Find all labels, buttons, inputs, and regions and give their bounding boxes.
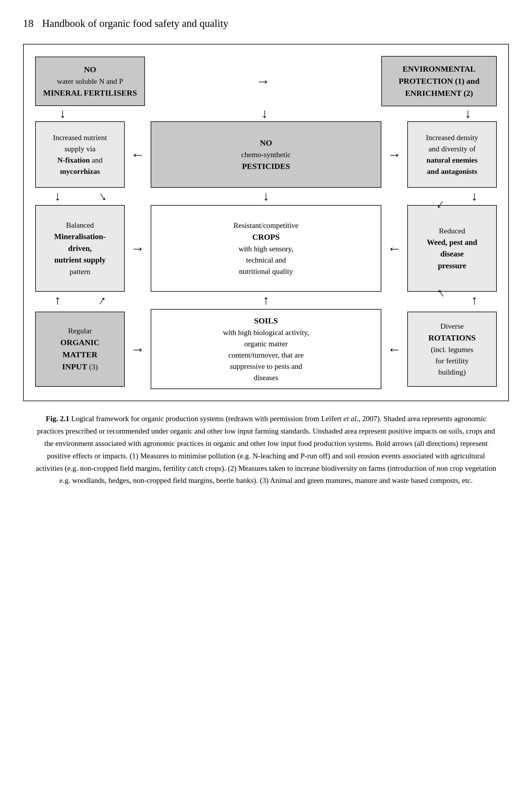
box-red-l3: disease [413,248,492,260]
page-number: 18 [23,17,34,30]
box-rot-l1: Diverse [413,320,492,332]
page-title: Handbook of organic food safety and qual… [42,17,228,30]
box-om-l1: Regular [40,325,119,336]
arrow-from-rotations: ← [381,339,407,359]
arrow-right-top: → [145,71,381,92]
box-nutrient-l2: supply via [40,143,119,154]
box-nutrient-l3: N-fixation and [40,154,119,166]
box-no-mineral-l2: water soluble N and P [42,76,138,87]
box-red-l2: Weed, pest and [413,237,492,248]
box-rot-l4: for fertility [413,355,492,367]
box-min-l3: driven, [40,243,119,255]
box-environmental: ENVIRONMENTAL PROTECTION (1) and ENRICHM… [381,56,497,106]
box-density-l1: Increased density [413,132,492,143]
box-pesticides: NO chemo-synthetic PESTICIDES [151,121,381,188]
box-no-mineral: NO water soluble N and P MINERAL FERTILI… [35,57,145,106]
arrows-c-to-d: ↑ ↑ ↑ ↑ ↑ [35,292,497,309]
box-organic-matter: Regular ORGANIC MATTER INPUT (3) [35,312,125,387]
box-nutrient-l1: Increased nutrient [40,132,119,143]
arrow-to-density: → [381,144,407,165]
box-rotations: Diverse ROTATIONS (incl. legumes for fer… [407,312,497,387]
row-c: Balanced Mineralisation- driven, nutrien… [35,205,497,292]
box-soils-l5: suppressive to pests and [155,361,377,372]
arrow-to-nutrient: ← [125,144,151,165]
fig-label: Fig. 2.1 [46,414,70,423]
box-crops-l1: CROPS [155,231,377,243]
row-a: NO water soluble N and P MINERAL FERTILI… [35,56,497,106]
box-om-l4: INPUT (3) [40,361,119,373]
arrows-b-to-c: ↓ ↓ ↓ ↓ ↓ [35,188,497,205]
box-om-l3: MATTER [40,349,119,361]
row-d: Regular ORGANIC MATTER INPUT (3) → SOILS… [35,309,497,389]
box-density-l3: natural enemies [413,154,492,166]
box-pest-l2: chemo-synthetic [155,149,377,160]
box-env-l3: ENRICHMENT (2) [388,87,490,99]
box-pest-l3: PESTICIDES [155,160,377,172]
box-density: Increased density and diversity of natur… [407,121,497,188]
box-crops-l4: nutritional quality [155,266,377,277]
box-no-mineral-l3: MINERAL FERTILISERS [42,87,138,99]
caption-text: Logical framework for organic production… [36,414,496,485]
box-no-mineral-l1: NO [42,63,138,76]
box-crops-l2: with high sensory, [155,243,377,255]
box-env-l1: ENVIRONMENTAL [388,63,490,75]
arrow-to-crops: → [125,238,151,259]
arrow-down-to-pesticides: ↓ [262,104,268,123]
box-mineralisation: Balanced Mineralisation- driven, nutrien… [35,205,125,292]
arrow-to-soils: → [125,339,151,359]
box-soils-l2: with high biological activity, [155,327,377,338]
figure-caption: Fig. 2.1 Logical framework for organic p… [23,413,509,487]
box-density-l4: and antagonists [413,166,492,177]
box-crops-l0: Resistant/competitive [155,220,377,231]
box-min-l2: Mineralisation- [40,231,119,243]
box-rot-l5: building) [413,367,492,378]
box-soils-l1: SOILS [155,315,377,327]
diagram-content: NO water soluble N and P MINERAL FERTILI… [35,56,497,389]
box-density-l2: and diversity of [413,143,492,154]
box-rot-l3: (incl. legumes [413,344,492,355]
box-min-l4: nutrient supply [40,254,119,266]
box-red-l1: Reduced [413,225,492,237]
box-red-l4: pressure [413,260,492,272]
box-crops-l3: technical and [155,255,377,266]
box-soils-l3: organic matter [155,338,377,350]
box-om-l2: ORGANIC [40,336,119,349]
box-soils-l4: content/turnover, that are [155,350,377,361]
arrow-from-reduced: ← [381,238,407,259]
box-nutrient: Increased nutrient supply via N-fixation… [35,121,125,188]
box-soils-l6: diseases [155,372,377,383]
diagram-container: NO water soluble N and P MINERAL FERTILI… [23,44,509,401]
box-min-l1: Balanced [40,220,119,231]
box-nutrient-l4: mycorrhizas [40,166,119,177]
box-reduced: Reduced Weed, pest and disease pressure [407,205,497,292]
box-env-l2: PROTECTION (1) and [388,75,490,87]
box-rot-l2: ROTATIONS [413,332,492,344]
arrows-a-to-b: ↓ ↓ ↓ [35,106,497,121]
box-pest-l1: NO [155,137,377,149]
row-b: Increased nutrient supply via N-fixation… [35,121,497,188]
box-crops: Resistant/competitive CROPS with high se… [151,205,381,292]
box-soils: SOILS with high biological activity, org… [151,309,381,389]
box-min-l5: pattern [40,266,119,277]
